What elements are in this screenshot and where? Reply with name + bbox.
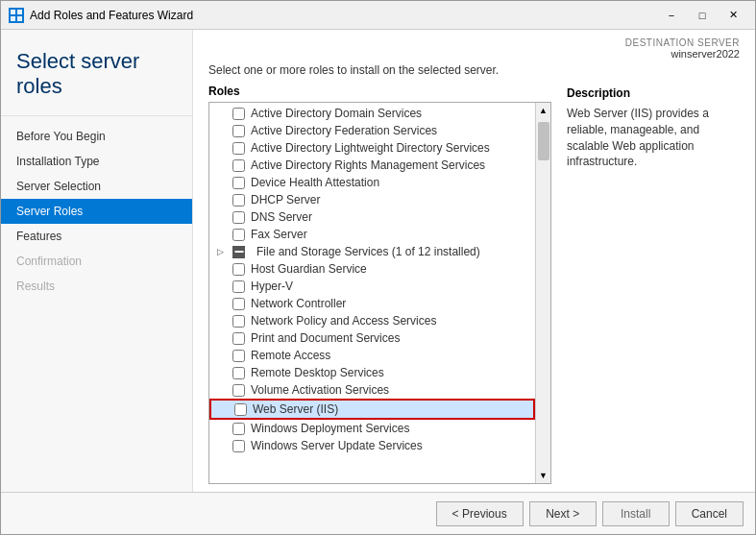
next-button[interactable]: Next > xyxy=(529,501,597,526)
role-checkbox[interactable] xyxy=(232,350,245,362)
list-item[interactable]: Hyper-V xyxy=(209,278,535,295)
role-name: Device Health Attestation xyxy=(251,176,379,189)
role-name: Active Directory Federation Services xyxy=(251,124,437,137)
instruction-text: Select one or more roles to install on t… xyxy=(208,63,551,77)
sidebar-item-server-selection[interactable]: Server Selection xyxy=(1,174,192,199)
role-name: Volume Activation Services xyxy=(251,383,389,397)
role-checkbox[interactable] xyxy=(232,280,245,293)
main-content: DESTINATION SERVER winserver2022 Select … xyxy=(193,30,755,492)
sidebar: Select server roles Before You Begin Ins… xyxy=(1,30,193,492)
minimize-button[interactable]: − xyxy=(657,6,686,25)
roles-list-wrapper: Active Directory Domain Services Active … xyxy=(209,103,550,483)
list-item[interactable]: Remote Access xyxy=(209,347,535,364)
role-checkbox[interactable] xyxy=(232,211,245,224)
sidebar-item-server-roles[interactable]: Server Roles xyxy=(1,199,192,224)
sidebar-item-before-you-begin[interactable]: Before You Begin xyxy=(1,124,192,149)
main-inner: Select one or more roles to install on t… xyxy=(193,63,755,492)
role-checkbox[interactable] xyxy=(232,159,245,172)
list-item[interactable]: Active Directory Federation Services xyxy=(209,122,535,139)
cancel-button[interactable]: Cancel xyxy=(675,501,744,526)
list-item[interactable]: Print and Document Services xyxy=(209,329,535,347)
role-name: Active Directory Lightweight Directory S… xyxy=(251,141,490,155)
role-name: File and Storage Services (1 of 12 insta… xyxy=(256,245,480,258)
roles-label: Roles xyxy=(208,85,551,98)
sidebar-item-installation-type[interactable]: Installation Type xyxy=(1,149,192,174)
app-icon xyxy=(9,8,24,23)
role-name: Print and Document Services xyxy=(251,331,400,345)
list-item[interactable]: Device Health Attestation xyxy=(209,174,535,191)
page-title: Select server roles xyxy=(1,30,192,116)
role-checkbox[interactable] xyxy=(232,440,245,452)
role-checkbox[interactable] xyxy=(232,246,245,258)
list-item[interactable]: Windows Server Update Services xyxy=(209,437,535,454)
list-item[interactable]: DNS Server xyxy=(209,208,535,226)
role-name: Active Directory Rights Management Servi… xyxy=(251,158,485,172)
role-name: Hyper-V xyxy=(251,280,293,293)
roles-list-container: Active Directory Domain Services Active … xyxy=(208,102,551,484)
content-area: Select server roles Before You Begin Ins… xyxy=(1,30,755,492)
role-checkbox[interactable] xyxy=(232,177,245,189)
role-checkbox[interactable] xyxy=(234,403,247,416)
list-item[interactable]: DHCP Server xyxy=(209,191,535,208)
role-name: Fax Server xyxy=(251,228,307,241)
window-controls: − □ ✕ xyxy=(657,6,747,25)
previous-button[interactable]: < Previous xyxy=(436,501,524,526)
list-item[interactable]: Network Controller xyxy=(209,295,535,312)
role-name: Network Policy and Access Services xyxy=(251,314,436,328)
window: Add Roles and Features Wizard − □ ✕ Sele… xyxy=(0,0,756,535)
description-label: Description xyxy=(567,86,740,100)
role-checkbox[interactable] xyxy=(232,367,245,379)
role-name: Remote Access xyxy=(251,349,330,362)
role-checkbox[interactable] xyxy=(232,125,245,137)
list-item[interactable]: Fax Server xyxy=(209,226,535,243)
role-checkbox[interactable] xyxy=(232,194,245,207)
list-item[interactable]: ▷ File and Storage Services (1 of 12 ins… xyxy=(209,243,535,260)
scroll-up-button[interactable]: ▲ xyxy=(536,103,551,118)
expand-icon: ▷ xyxy=(217,247,231,256)
window-title: Add Roles and Features Wizard xyxy=(30,9,657,22)
install-button[interactable]: Install xyxy=(602,501,670,526)
role-checkbox[interactable] xyxy=(232,142,245,155)
close-button[interactable]: ✕ xyxy=(719,6,747,25)
destination-label: DESTINATION SERVER xyxy=(208,37,740,48)
list-item[interactable]: Host Guardian Service xyxy=(209,260,535,278)
scrollbar[interactable]: ▲ ▼ xyxy=(535,103,550,483)
sidebar-item-features[interactable]: Features xyxy=(1,224,192,249)
footer: < Previous Next > Install Cancel xyxy=(1,492,755,534)
role-name: Windows Server Update Services xyxy=(251,439,423,452)
role-checkbox[interactable] xyxy=(232,332,245,345)
list-item[interactable]: Active Directory Domain Services xyxy=(209,105,535,122)
svg-rect-3 xyxy=(17,16,22,21)
maximize-button[interactable]: □ xyxy=(688,6,717,25)
role-checkbox[interactable] xyxy=(232,423,245,435)
list-item[interactable]: Remote Desktop Services xyxy=(209,364,535,381)
role-checkbox[interactable] xyxy=(232,298,245,310)
list-item[interactable]: Active Directory Lightweight Directory S… xyxy=(209,139,535,157)
roles-list[interactable]: Active Directory Domain Services Active … xyxy=(209,103,535,483)
role-name: Remote Desktop Services xyxy=(251,366,384,379)
svg-rect-1 xyxy=(17,10,22,14)
destination-server: DESTINATION SERVER winserver2022 xyxy=(193,30,755,63)
nav-list: Before You Begin Installation Type Serve… xyxy=(1,116,192,306)
list-item[interactable]: Active Directory Rights Management Servi… xyxy=(209,157,535,174)
list-item[interactable]: Network Policy and Access Services xyxy=(209,312,535,329)
role-name: Network Controller xyxy=(251,297,346,310)
sidebar-item-confirmation: Confirmation xyxy=(1,249,192,274)
role-checkbox[interactable] xyxy=(232,108,245,120)
role-checkbox[interactable] xyxy=(232,384,245,397)
role-name: DHCP Server xyxy=(251,193,320,207)
role-checkbox[interactable] xyxy=(232,229,245,241)
list-item-web-server[interactable]: Web Server (IIS) xyxy=(209,399,535,420)
scroll-down-button[interactable]: ▼ xyxy=(536,468,551,483)
svg-rect-2 xyxy=(11,16,15,21)
svg-rect-0 xyxy=(11,10,15,14)
list-item[interactable]: Volume Activation Services xyxy=(209,381,535,399)
role-checkbox[interactable] xyxy=(232,315,245,328)
sidebar-item-results: Results xyxy=(1,274,192,299)
role-checkbox[interactable] xyxy=(232,263,245,276)
description-text: Web Server (IIS) provides a reliable, ma… xyxy=(567,106,740,170)
description-panel: Description Web Server (IIS) provides a … xyxy=(567,63,740,484)
roles-panel: Select one or more roles to install on t… xyxy=(208,63,551,484)
list-item[interactable]: Windows Deployment Services xyxy=(209,420,535,437)
scroll-thumb[interactable] xyxy=(538,122,549,160)
